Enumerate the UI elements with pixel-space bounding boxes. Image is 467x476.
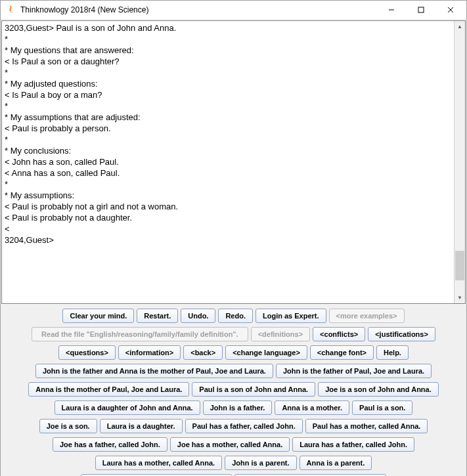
justifications-button[interactable]: <justifications> — [368, 327, 435, 341]
sentence-button[interactable]: Paul has a father, called John. — [185, 419, 303, 433]
scroll-up-button[interactable]: ▲ — [455, 21, 465, 32]
scroll-thumb[interactable] — [455, 251, 464, 280]
sentence-button[interactable]: Laura has a mother, called Anna. — [95, 456, 222, 470]
sentence-button[interactable]: Paul has a mother, called Anna. — [305, 419, 428, 433]
window-title: Thinknowlogy 2018r4 (New Science) — [20, 5, 376, 14]
information-button[interactable]: <information> — [118, 345, 181, 360]
sentence-button[interactable]: John is the father of Paul, Joe and Laur… — [276, 364, 432, 378]
clear-mind-button[interactable]: Clear your mind. — [62, 309, 134, 323]
toolbar-row-3: <questions> <information> <back> <change… — [3, 345, 464, 360]
sentence-row-8: Joe has a father, called John. Joe has a… — [3, 437, 464, 452]
app-window: Thinknowlogy 2018r4 (New Science) 3203,G… — [0, 0, 467, 476]
console-container: 3203,Guest> Paul is a son of John and An… — [1, 20, 466, 304]
sentence-button[interactable]: Paul is a son of John and Anna. — [192, 382, 315, 397]
redo-button[interactable]: Redo. — [218, 309, 253, 323]
sentence-button[interactable]: John is a father. — [203, 400, 273, 415]
svg-rect-1 — [418, 7, 424, 12]
scroll-down-button[interactable]: ▼ — [455, 292, 465, 303]
questions-button[interactable]: <questions> — [58, 345, 116, 360]
help-button[interactable]: Help. — [376, 345, 409, 360]
button-panel: Clear your mind. Restart. Undo. Redo. Lo… — [1, 305, 466, 476]
sentence-button[interactable]: Joe is a son. — [39, 419, 97, 433]
change-language-button[interactable]: <change language> — [225, 345, 307, 360]
sentence-button[interactable]: John is the father and Anna is the mothe… — [35, 364, 273, 378]
console-output[interactable]: 3203,Guest> Paul is a son of John and An… — [2, 21, 454, 303]
conflicts-button[interactable]: <conflicts> — [313, 327, 365, 341]
toolbar-row-2: Read the file "English/reasoning/family/… — [3, 327, 464, 341]
more-examples-button: <more examples> — [329, 309, 405, 323]
read-file-button: Read the file "English/reasoning/family/… — [32, 327, 248, 341]
toolbar-row-1: Clear your mind. Restart. Undo. Redo. Lo… — [3, 309, 464, 323]
sentence-button[interactable]: Anna is a parent. — [300, 456, 372, 470]
content-area: 3203,Guest> Paul is a son of John and An… — [1, 20, 466, 476]
restart-button[interactable]: Restart. — [137, 309, 178, 323]
sentence-button[interactable]: Anna is the mother of Paul, Joe and Laur… — [28, 382, 189, 397]
sentence-button[interactable]: Paul is a son. — [352, 400, 412, 415]
sentence-button[interactable]: Laura has a father, called John. — [292, 437, 414, 452]
sentence-button[interactable]: Joe has a mother, called Anna. — [170, 437, 290, 452]
sentence-button[interactable]: Joe has a father, called John. — [53, 437, 167, 452]
sentence-row-7: Joe is a son. Laura is a daughter. Paul … — [3, 419, 464, 433]
maximize-button[interactable] — [406, 1, 435, 19]
titlebar: Thinknowlogy 2018r4 (New Science) — [1, 1, 466, 20]
close-button[interactable] — [435, 1, 465, 19]
sentence-button[interactable]: Joe is a son of John and Anna. — [318, 382, 439, 397]
sentence-row-9: Laura has a mother, called Anna. John is… — [3, 456, 464, 470]
sentence-row-5: Anna is the mother of Paul, Joe and Laur… — [3, 382, 464, 397]
back-button[interactable]: <back> — [183, 345, 223, 360]
change-font-button[interactable]: <change font> — [310, 345, 374, 360]
sentence-button[interactable]: Anna is a mother. — [275, 400, 349, 415]
java-icon — [6, 5, 16, 15]
sentence-row-4: John is the father and Anna is the mothe… — [3, 364, 464, 378]
sentence-button[interactable]: John is a parent. — [225, 456, 296, 470]
sentence-button[interactable]: Laura is a daughter of John and Anna. — [55, 400, 200, 415]
sentence-row-6: Laura is a daughter of John and Anna. Jo… — [3, 400, 464, 415]
definitions-button: <definitions> — [251, 327, 310, 341]
vertical-scrollbar[interactable]: ▲ ▼ — [454, 21, 465, 303]
undo-button[interactable]: Undo. — [181, 309, 215, 323]
sentence-button[interactable]: Laura is a daughter. — [100, 419, 183, 433]
login-expert-button[interactable]: Login as Expert. — [256, 309, 326, 323]
minimize-button[interactable] — [376, 1, 406, 19]
